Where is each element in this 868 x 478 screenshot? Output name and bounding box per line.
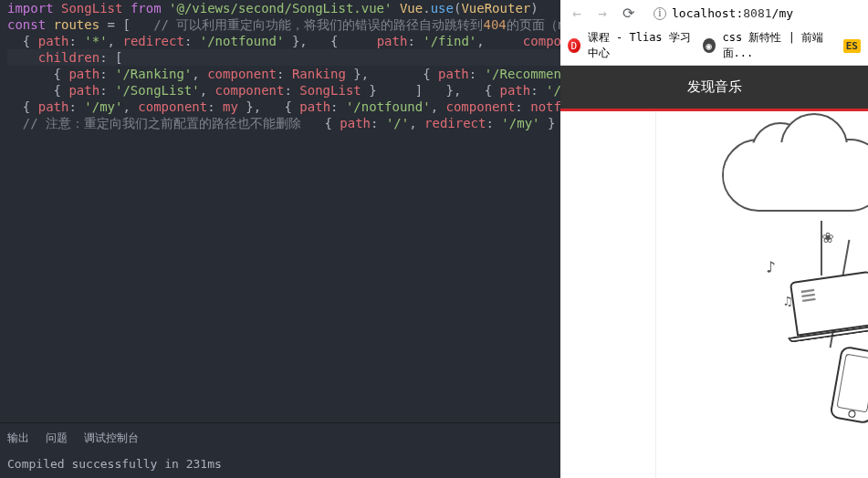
back-icon[interactable]: ← bbox=[568, 5, 586, 22]
code-line[interactable]: children: [ bbox=[7, 49, 560, 66]
reload-icon[interactable]: ⟳ bbox=[619, 5, 637, 22]
code-line[interactable]: { bbox=[315, 34, 338, 48]
code-line[interactable]: ] bbox=[384, 83, 423, 98]
code-line[interactable]: // 注意：重定向我们之前配置的路径也不能删除 bbox=[7, 116, 301, 130]
bookmark-icon-1[interactable]: D bbox=[568, 38, 580, 53]
page-content: 发现音乐 ❀ ♪♫ bbox=[560, 66, 868, 478]
illustration: ❀ ♪♫ bbox=[656, 111, 868, 478]
url-path: /my bbox=[772, 6, 793, 20]
url-host: localhost: bbox=[672, 6, 743, 20]
browser-nav-bar: ← → ⟳ i localhost:8081/my bbox=[560, 0, 868, 26]
code-line[interactable]: const routes = [ bbox=[7, 17, 131, 32]
bookmark-2[interactable]: css 新特性 | 前端面... bbox=[723, 30, 836, 61]
code-area[interactable]: import SongList from '@/views/second/Son… bbox=[0, 0, 560, 422]
url-bar[interactable]: i localhost:8081/my bbox=[644, 4, 861, 23]
bookmark-1[interactable]: 课程 - Tlias 学习中心 bbox=[588, 30, 695, 61]
terminal-tab-output[interactable]: 输出 bbox=[7, 431, 29, 446]
code-editor: import SongList from '@/views/second/Son… bbox=[0, 0, 560, 478]
url-port: 8081 bbox=[743, 6, 771, 20]
info-icon[interactable]: i bbox=[654, 7, 666, 20]
terminal-tab-debug[interactable]: 调试控制台 bbox=[84, 431, 139, 446]
code-line[interactable]: path: '/find', bbox=[346, 34, 485, 48]
bookmark-icon-2[interactable]: ◉ bbox=[703, 38, 716, 53]
forward-icon[interactable]: → bbox=[593, 5, 612, 22]
code-line[interactable]: { path: '/SongList', component: SongList… bbox=[7, 83, 377, 98]
code-line[interactable]: { path: '/', redirect: '/my' } bbox=[309, 116, 556, 130]
page-sidebar bbox=[560, 111, 656, 478]
extension-badge[interactable]: ES bbox=[843, 39, 861, 53]
terminal-tab-problems[interactable]: 问题 bbox=[46, 431, 68, 446]
terminal-output: Compiled successfully in 231ms bbox=[0, 450, 560, 478]
code-line[interactable]: Vue.use(VueRouter) bbox=[400, 1, 539, 16]
terminal-tabs: 输出 问题 调试控制台 bbox=[0, 422, 560, 450]
code-line[interactable]: { path: '*', redirect: '/notfound' }, bbox=[7, 34, 308, 48]
browser-chrome: ← → ⟳ i localhost:8081/my D 课程 - Tlias 学… bbox=[560, 0, 868, 66]
code-line[interactable]: { path: '/my', component: my }, bbox=[7, 99, 261, 114]
page-body: ❀ ♪♫ bbox=[560, 111, 868, 478]
browser-panel: ← → ⟳ i localhost:8081/my D 课程 - Tlias 学… bbox=[560, 0, 868, 478]
code-line[interactable]: }, bbox=[431, 83, 462, 98]
page-header[interactable]: 发现音乐 bbox=[560, 66, 868, 109]
bookmarks-bar: D 课程 - Tlias 学习中心 ◉ css 新特性 | 前端面... ES bbox=[560, 26, 868, 65]
code-line[interactable]: { path: '/Ranking', component: Ranking }… bbox=[7, 67, 369, 81]
code-line[interactable]: import SongList from '@/views/second/Son… bbox=[7, 1, 392, 16]
